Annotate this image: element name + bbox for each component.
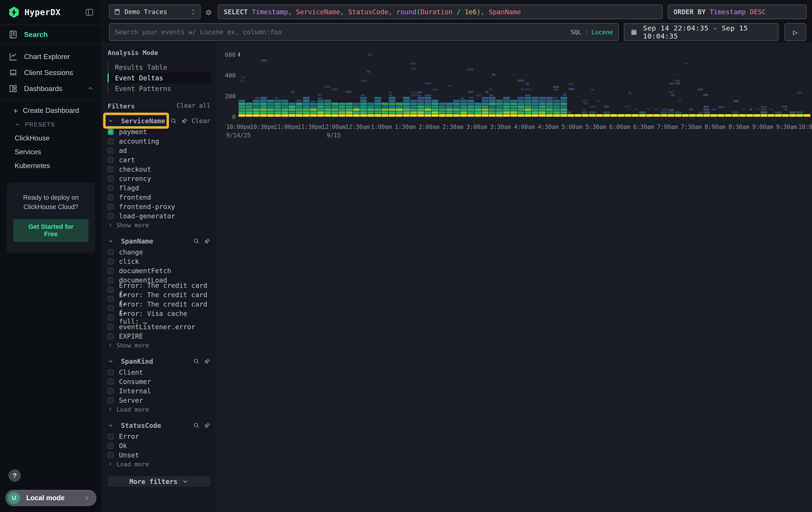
checkbox[interactable] [108, 315, 114, 321]
facet-option-error-visa-cache-full[interactable]: Error: Visa cache full: … [108, 313, 210, 322]
checkbox[interactable] [108, 259, 114, 265]
checkbox[interactable] [108, 185, 114, 191]
brand-row: HyperDX [0, 0, 102, 25]
clear-all-button[interactable]: Clear all [177, 102, 210, 109]
facet-option-payment[interactable]: ✓payment [108, 127, 210, 136]
facet-option-change[interactable]: change [108, 247, 210, 257]
gear-icon[interactable]: ⚙ [203, 6, 214, 18]
analysis-mode-option-event-patterns[interactable]: Event Patterns [108, 83, 210, 94]
show-more-button[interactable]: Show more [108, 221, 210, 230]
checkbox[interactable] [108, 388, 114, 394]
facet-search-icon[interactable] [170, 117, 177, 124]
local-mode-button[interactable]: U Local mode [5, 490, 96, 506]
facet-search-icon[interactable] [193, 422, 200, 429]
facet-search-icon[interactable] [193, 238, 200, 244]
pin-icon[interactable] [204, 238, 210, 244]
facet-option-client[interactable]: Client [108, 368, 210, 377]
facet-option-error[interactable]: Error [108, 432, 210, 441]
facet-option-unset[interactable]: Unset [108, 450, 210, 460]
pin-icon[interactable] [204, 358, 210, 365]
sidebar-item-search[interactable]: Search [0, 25, 102, 44]
checkbox[interactable] [108, 194, 114, 200]
facet-option-click[interactable]: click [108, 257, 210, 266]
facet-option-currency[interactable]: currency [108, 174, 210, 183]
help-button[interactable]: ? [8, 469, 21, 482]
lucene-mode-toggle[interactable]: Lucene [591, 29, 613, 36]
checkbox[interactable] [108, 204, 114, 210]
checkbox[interactable] [108, 333, 114, 339]
chevron-down-icon[interactable] [108, 422, 114, 429]
facet-option-load-generator[interactable]: load-generator [108, 211, 210, 221]
checkbox[interactable] [108, 147, 114, 154]
facet-option-frontend[interactable]: frontend [108, 193, 210, 202]
checkbox[interactable]: ✓ [108, 129, 114, 135]
get-started-button[interactable]: Get Started for Free [13, 219, 88, 242]
sidebar-item-chart-explorer[interactable]: Chart Explorer [0, 49, 102, 64]
checkbox[interactable] [108, 296, 114, 302]
facet-option-expire[interactable]: EXPIRE [108, 331, 210, 341]
load-more-button[interactable]: Load more [108, 405, 210, 414]
date-range-picker[interactable]: Sep 14 22:04:35 - Sep 15 10:04:35 [624, 23, 779, 41]
order-by-bar[interactable]: ORDER BY Timestamp DESC [668, 4, 807, 19]
load-more-button[interactable]: Load more [108, 460, 210, 468]
facet-option-checkout[interactable]: checkout [108, 164, 210, 174]
checkbox[interactable] [108, 287, 114, 293]
facet-option-consumer[interactable]: Consumer [108, 377, 210, 386]
facet-option-label: EXPIRE [119, 332, 143, 340]
source-select[interactable]: Demo Traces [109, 4, 201, 19]
facet-option-internal[interactable]: Internal [108, 386, 210, 396]
checkbox[interactable] [108, 138, 114, 144]
date-range-value: Sep 14 22:04:35 - Sep 15 10:04:35 [643, 24, 773, 40]
checkbox[interactable] [108, 433, 114, 439]
checkbox[interactable] [108, 324, 114, 330]
checkbox[interactable] [108, 213, 114, 219]
facet-option-documentfetch[interactable]: documentFetch [108, 266, 210, 275]
facet-clear-button[interactable]: Clear [192, 117, 210, 125]
checkbox[interactable] [108, 249, 114, 255]
sql-select-bar[interactable]: SELECT Timestamp, ServiceName, StatusCod… [218, 4, 663, 19]
checkbox[interactable] [108, 157, 114, 163]
facet-option-flagd[interactable]: flagd [108, 183, 210, 193]
facet-search-icon[interactable] [193, 358, 200, 365]
facet-option-cart[interactable]: cart [108, 155, 210, 164]
analysis-mode-option-event-deltas[interactable]: Event Deltas [108, 73, 210, 83]
chevron-down-icon[interactable] [108, 238, 114, 244]
facet-option-eventlistener-error[interactable]: eventListener.error [108, 322, 210, 331]
create-dashboard-button[interactable]: + Create Dashboard [0, 104, 102, 117]
sidebar-item-kubernetes[interactable]: Kubernetes [0, 159, 102, 173]
facet-option-ok[interactable]: Ok [108, 441, 210, 450]
sidebar-item-services[interactable]: Services [0, 145, 102, 159]
show-more-button[interactable]: Show more [108, 341, 210, 350]
checkbox[interactable] [108, 397, 114, 403]
checkbox[interactable] [108, 166, 114, 172]
chevron-down-icon[interactable] [108, 358, 114, 365]
search-input[interactable] [115, 28, 571, 36]
facet-option-server[interactable]: Server [108, 396, 210, 405]
heatmap-canvas[interactable] [238, 52, 810, 119]
checkbox[interactable] [108, 369, 114, 375]
facet-option-frontend-proxy[interactable]: frontend-proxy [108, 202, 210, 211]
checkbox[interactable] [108, 277, 114, 283]
pin-icon[interactable] [204, 422, 210, 429]
checkbox[interactable] [108, 176, 114, 182]
presets-toggle[interactable]: PRESETS [0, 117, 102, 131]
sidebar-item-dashboards[interactable]: Dashboards [0, 81, 102, 97]
facet-option-ad[interactable]: ad [108, 146, 210, 155]
run-query-button[interactable]: ▷ [784, 23, 806, 41]
sidebar-collapse-icon[interactable] [85, 8, 94, 17]
sql-mode-toggle[interactable]: SQL [571, 29, 581, 36]
pin-icon[interactable] [181, 117, 188, 124]
analysis-mode-option-results-table[interactable]: Results Table [108, 62, 210, 73]
more-filters-button[interactable]: More filters [108, 476, 210, 487]
duration-heatmap-chart[interactable]: 0200400600 10:00pm10:30pm11:00pm11:30pm1… [216, 42, 812, 185]
checkbox[interactable] [108, 379, 114, 385]
facet-option-accounting[interactable]: accounting [108, 136, 210, 146]
checkbox[interactable] [108, 452, 114, 458]
checkbox[interactable] [108, 305, 114, 311]
x-tick-label: 9:00am [752, 124, 773, 130]
checkbox[interactable] [108, 268, 114, 274]
chevron-down-icon[interactable] [108, 118, 114, 124]
checkbox[interactable] [108, 443, 114, 449]
sidebar-item-client-sessions[interactable]: Client Sessions [0, 64, 102, 81]
sidebar-item-clickhouse[interactable]: ClickHouse [0, 131, 102, 145]
